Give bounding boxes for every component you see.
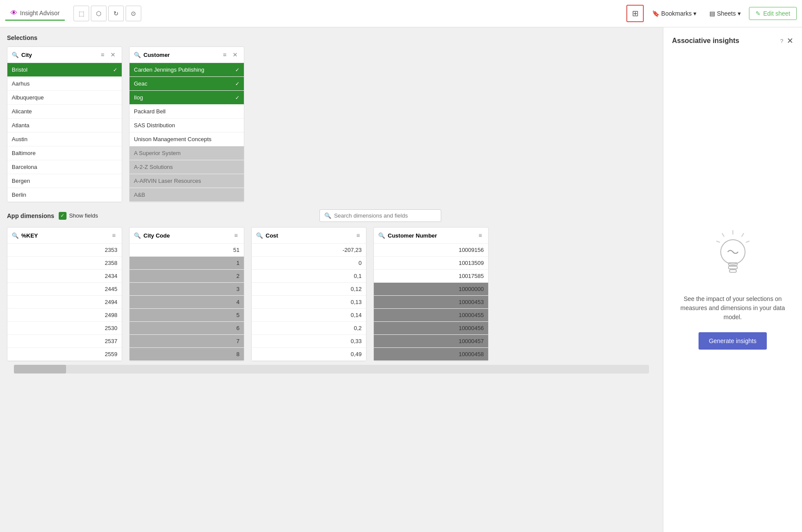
list-item[interactable]: 5 xyxy=(130,309,244,322)
list-item[interactable]: Alicante xyxy=(7,105,122,119)
list-item[interactable]: Austin xyxy=(7,132,122,146)
search-fields-input[interactable] xyxy=(334,212,436,219)
list-item[interactable]: A&B xyxy=(130,188,244,202)
list-item[interactable]: Bristol ✓ xyxy=(7,63,122,77)
list-item[interactable]: A-2-Z Solutions xyxy=(130,160,244,174)
list-item[interactable]: SAS Distribution xyxy=(130,119,244,132)
cost-list-icon[interactable]: ≡ xyxy=(355,231,362,240)
list-item[interactable]: Berlin xyxy=(7,188,122,202)
list-item[interactable]: Packard Bell xyxy=(130,105,244,119)
city-close-icon[interactable]: ✕ xyxy=(109,50,117,59)
list-item[interactable]: 0,49 xyxy=(252,348,366,361)
lasso-icon[interactable]: ⬡ xyxy=(91,6,106,21)
list-item[interactable]: 3 xyxy=(130,283,244,296)
citycode-list-icon[interactable]: ≡ xyxy=(233,231,240,240)
list-item[interactable]: Atlanta xyxy=(7,119,122,132)
dimensions-area: App dimensions ✓ Show fields 🔍 🔍 %KEY xyxy=(0,206,663,377)
list-item[interactable]: 10013509 xyxy=(374,257,488,270)
list-item[interactable]: 2434 xyxy=(7,270,122,283)
insight-advisor-button[interactable]: 👁 Insight Advisor xyxy=(5,7,65,21)
generate-insights-button[interactable]: Generate insights xyxy=(699,332,767,350)
list-item[interactable]: 2445 xyxy=(7,283,122,296)
list-item[interactable]: 10017585 xyxy=(374,270,488,283)
list-item[interactable]: -207,23 xyxy=(252,244,366,257)
svg-line-1 xyxy=(742,233,744,237)
close-right-panel-button[interactable]: ✕ xyxy=(787,36,793,46)
list-item[interactable]: Albuquerque xyxy=(7,91,122,105)
settings-icon[interactable]: ⊙ xyxy=(126,6,141,21)
list-item[interactable]: 10000458 xyxy=(374,348,488,361)
key-search-icon: 🔍 xyxy=(12,232,19,239)
svg-line-4 xyxy=(716,241,720,242)
customer-close-icon[interactable]: ✕ xyxy=(231,50,240,59)
list-item[interactable]: 10000453 xyxy=(374,296,488,309)
cost-card-header: 🔍 Cost ≡ xyxy=(252,228,366,244)
list-item[interactable]: Geac ✓ xyxy=(130,77,244,91)
show-fields-checkbox[interactable]: ✓ xyxy=(59,212,67,220)
list-item[interactable]: 0,1 xyxy=(252,270,366,283)
grid-view-button[interactable]: ⊞ xyxy=(626,5,644,22)
key-card-title: %KEY xyxy=(21,232,108,239)
selection-cards: 🔍 City ≡ ✕ Bristol ✓ Aarhus Albuquerque … xyxy=(7,46,656,202)
list-item[interactable]: Carden Jennings Publishing ✓ xyxy=(130,63,244,77)
list-item[interactable]: 1 xyxy=(130,257,244,270)
show-fields-toggle[interactable]: ✓ Show fields xyxy=(59,212,98,220)
selections-title: Selections xyxy=(7,34,656,41)
bookmarks-label: Bookmarks xyxy=(661,10,692,17)
list-item[interactable]: 7 xyxy=(130,335,244,348)
list-item[interactable]: 2559 xyxy=(7,348,122,361)
list-item[interactable]: 10000457 xyxy=(374,335,488,348)
customer-list-icon[interactable]: ≡ xyxy=(221,50,228,59)
list-item[interactable]: 2498 xyxy=(7,309,122,322)
list-item[interactable]: 2530 xyxy=(7,322,122,335)
list-item[interactable]: 2358 xyxy=(7,257,122,270)
sheets-button[interactable]: ▤ Sheets ▾ xyxy=(705,7,745,20)
select-region-icon[interactable]: ⬚ xyxy=(73,6,89,21)
list-item[interactable]: Aarhus xyxy=(7,77,122,91)
help-icon[interactable]: ? xyxy=(780,38,783,44)
list-item[interactable]: Baltimore xyxy=(7,146,122,160)
customernumber-list-icon[interactable]: ≡ xyxy=(477,231,484,240)
list-item[interactable]: 2353 xyxy=(7,244,122,257)
list-item[interactable]: 6 xyxy=(130,322,244,335)
list-item[interactable]: 0,33 xyxy=(252,335,366,348)
topbar: 👁 Insight Advisor ⬚ ⬡ ↻ ⊙ ⊞ 🔖 Bookmarks … xyxy=(0,0,802,27)
citycode-dim-card: 🔍 City Code ≡ 51 1 2 3 4 5 6 7 8 xyxy=(129,227,244,361)
list-item[interactable]: Ilog ✓ xyxy=(130,91,244,105)
list-item[interactable]: 0,14 xyxy=(252,309,366,322)
list-item[interactable]: Bergen xyxy=(7,174,122,188)
list-item[interactable]: 10000000 xyxy=(374,283,488,296)
horizontal-scrollbar[interactable] xyxy=(14,365,649,373)
list-item[interactable]: A Superior System xyxy=(130,146,244,160)
city-list-icon[interactable]: ≡ xyxy=(99,50,106,59)
list-item[interactable]: 8 xyxy=(130,348,244,361)
city-selection-card: 🔍 City ≡ ✕ Bristol ✓ Aarhus Albuquerque … xyxy=(7,46,122,202)
list-item[interactable]: 4 xyxy=(130,296,244,309)
list-item[interactable]: Barcelona xyxy=(7,160,122,174)
right-panel-actions: ? ✕ xyxy=(780,36,793,46)
scroll-thumb[interactable] xyxy=(14,365,66,373)
list-item[interactable]: 10000456 xyxy=(374,322,488,335)
list-item[interactable]: Unison Management Concepts xyxy=(130,132,244,146)
list-item[interactable]: 0,12 xyxy=(252,283,366,296)
list-item[interactable]: 2537 xyxy=(7,335,122,348)
edit-sheet-button[interactable]: ✎ Edit sheet xyxy=(749,7,797,20)
bookmarks-button[interactable]: 🔖 Bookmarks ▾ xyxy=(647,7,701,20)
list-item[interactable]: 0,13 xyxy=(252,296,366,309)
cost-search-icon: 🔍 xyxy=(256,232,263,239)
search-fields-box[interactable]: 🔍 xyxy=(319,209,441,222)
list-item[interactable]: 10009156 xyxy=(374,244,488,257)
list-item[interactable]: 0 xyxy=(252,257,366,270)
key-list-icon[interactable]: ≡ xyxy=(110,231,117,240)
list-item[interactable]: 2 xyxy=(130,270,244,283)
redo-icon[interactable]: ↻ xyxy=(108,6,124,21)
list-item[interactable]: 2494 xyxy=(7,296,122,309)
list-item[interactable]: 10000455 xyxy=(374,309,488,322)
dimensions-title: App dimensions xyxy=(7,212,54,219)
list-item[interactable]: 0,2 xyxy=(252,322,366,335)
customer-selection-list: Carden Jennings Publishing ✓ Geac ✓ Ilog… xyxy=(130,63,244,202)
right-panel-header: Associative insights ? ✕ xyxy=(672,36,793,46)
list-item[interactable]: 51 xyxy=(130,244,244,257)
list-item[interactable]: A-ARVIN Laser Resources xyxy=(130,174,244,188)
cost-dim-list: -207,23 0 0,1 0,12 0,13 0,14 0,2 0,33 0,… xyxy=(252,244,366,361)
